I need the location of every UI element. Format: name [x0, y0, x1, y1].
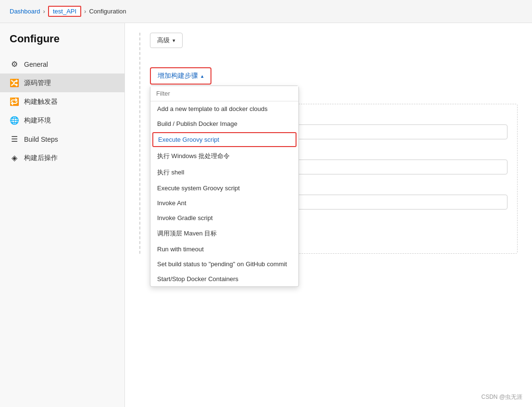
globe-icon: 🌐: [10, 116, 19, 125]
sidebar-item-source-management[interactable]: 🔀 源码管理: [0, 74, 124, 92]
sidebar-label-general: General: [24, 61, 48, 68]
sidebar-label-post: 构建后操作: [24, 154, 58, 162]
chevron-up-icon: ▴: [201, 73, 204, 79]
menu-item-invoke-gradle[interactable]: Invoke Gradle script: [150, 210, 298, 225]
gear-icon: ⚙: [10, 60, 19, 69]
list-icon: ☰: [10, 135, 19, 144]
menu-item-run-timeout[interactable]: Run with timeout: [150, 242, 298, 257]
menu-item-build-docker[interactable]: Build / Publish Docker Image: [150, 116, 298, 131]
add-step-label: 增加构建步骤: [158, 72, 198, 80]
sidebar-item-build-env[interactable]: 🌐 构建环境: [0, 111, 124, 130]
watermark: CSDN @虫无涯: [481, 393, 522, 401]
menu-item-invoke-maven[interactable]: 调用顶层 Maven 目标: [150, 225, 298, 242]
menu-item-exec-shell[interactable]: 执行 shell: [150, 164, 298, 181]
advanced-button[interactable]: 高级 ▾: [150, 33, 183, 48]
menu-item-set-build-status[interactable]: Set build status to "pending" on GitHub …: [150, 257, 298, 271]
sidebar-label-source: 源码管理: [24, 79, 51, 87]
sidebar-label-steps: Build Steps: [24, 136, 58, 143]
fork-icon: 🔀: [10, 78, 19, 87]
breadcrumb-dashboard[interactable]: Dashboard: [10, 8, 40, 15]
breadcrumb-configuration: Configuration: [89, 8, 126, 15]
menu-item-exec-windows[interactable]: 执行 Windows 批处理命令: [150, 148, 298, 164]
main-content: 高级 ▾ 增加构建步骤 ▴ Add a new template to all …: [125, 23, 532, 407]
breadcrumb-test-api[interactable]: test_API: [48, 6, 81, 17]
sidebar-label-env: 构建环境: [24, 116, 51, 125]
refresh-icon: 🔁: [10, 97, 19, 106]
sidebar-item-post-build[interactable]: ◈ 构建后操作: [0, 148, 124, 167]
sidebar-label-triggers: 构建触发器: [24, 98, 58, 106]
filter-input[interactable]: [150, 86, 298, 101]
add-step-dropdown-container: 增加构建步骤 ▴ Add a new template to all docke…: [150, 67, 211, 85]
chevron-down-icon: ▾: [173, 37, 175, 44]
menu-item-start-stop-docker[interactable]: Start/Stop Docker Containers: [150, 271, 298, 286]
sidebar-title: Configure: [0, 33, 124, 55]
menu-item-exec-system-groovy[interactable]: Execute system Groovy script: [150, 181, 298, 196]
sidebar-item-build-steps[interactable]: ☰ Build Steps: [0, 130, 124, 148]
menu-item-add-template[interactable]: Add a new template to all docker clouds: [150, 101, 298, 116]
diamond-icon: ◈: [10, 153, 19, 162]
sidebar-item-general[interactable]: ⚙ General: [0, 55, 124, 74]
menu-item-execute-groovy[interactable]: Execute Groovy script: [152, 132, 297, 147]
breadcrumb-sep2: ›: [84, 8, 86, 15]
breadcrumb: Dashboard › test_API › Configuration: [0, 0, 532, 23]
add-step-menu: Add a new template to all docker clouds …: [150, 86, 299, 287]
add-step-button[interactable]: 增加构建步骤 ▴: [150, 67, 211, 85]
menu-item-invoke-ant[interactable]: Invoke Ant: [150, 196, 298, 210]
advanced-label: 高级: [157, 36, 170, 45]
sidebar: Configure ⚙ General 🔀 源码管理 🔁 构建触发器 🌐 构建环…: [0, 23, 125, 407]
sidebar-item-build-triggers[interactable]: 🔁 构建触发器: [0, 92, 124, 111]
breadcrumb-sep1: ›: [43, 8, 45, 15]
